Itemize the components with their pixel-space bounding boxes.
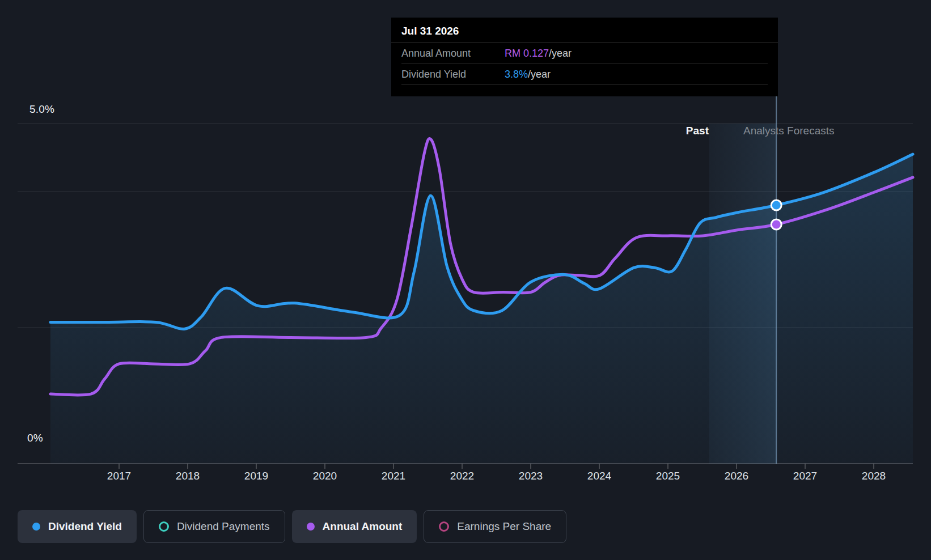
tooltip-rows: Annual AmountRM 0.127/yearDividend Yield…	[391, 43, 778, 85]
legend-item-label: Dividend Payments	[177, 520, 270, 533]
legend-marker-icon	[307, 523, 315, 531]
x-axis-label: 2020	[313, 470, 337, 482]
annual-amount-marker-dot	[771, 219, 781, 230]
legend-item-dividend-payments[interactable]: Dividend Payments	[143, 510, 285, 543]
dividend-history-chart: 5.0% 0% Past Analysts Forecasts 20172018…	[0, 0, 931, 560]
tooltip-row: Dividend Yield3.8%/year	[401, 64, 768, 85]
x-axis-label: 2027	[793, 470, 817, 482]
x-axis-label: 2019	[244, 470, 268, 482]
chart-legend: Dividend YieldDividend PaymentsAnnual Am…	[18, 510, 566, 543]
x-axis-label: 2028	[862, 470, 886, 482]
tooltip-row-suffix: /year	[549, 48, 572, 60]
past-label: Past	[652, 125, 709, 137]
forecast-band	[709, 124, 777, 464]
legend-item-earnings-per-share[interactable]: Earnings Per Share	[424, 510, 566, 543]
legend-marker-icon	[159, 521, 169, 532]
y-axis-label-bottom: 0%	[27, 432, 43, 444]
x-axis: 2017201820192020202120222023202420252026…	[0, 470, 931, 485]
x-axis-label: 2024	[587, 470, 611, 482]
tooltip-row-label: Annual Amount	[401, 48, 505, 60]
x-axis-label: 2026	[725, 470, 748, 482]
x-axis-label: 2021	[382, 470, 405, 482]
tooltip-row-label: Dividend Yield	[401, 69, 505, 80]
x-axis-label: 2017	[107, 470, 131, 482]
chart-tooltip: Jul 31 2026 Annual AmountRM 0.127/yearDi…	[391, 18, 778, 96]
tooltip-date: Jul 31 2026	[391, 18, 778, 43]
legend-item-label: Annual Amount	[323, 520, 403, 533]
tooltip-row-value: RM 0.127	[505, 48, 549, 60]
tooltip-row: Annual AmountRM 0.127/year	[401, 43, 768, 64]
tooltip-row-suffix: /year	[528, 69, 551, 80]
dividend-yield-marker-dot	[771, 200, 781, 210]
legend-marker-icon	[439, 521, 449, 532]
legend-item-dividend-yield[interactable]: Dividend Yield	[18, 510, 137, 543]
x-axis-label: 2022	[450, 470, 474, 482]
x-axis-label: 2025	[656, 470, 680, 482]
legend-marker-icon	[32, 523, 40, 531]
dividend-yield-area	[50, 154, 913, 464]
legend-item-label: Earnings Per Share	[457, 520, 551, 533]
tooltip-row-value: 3.8%	[505, 69, 528, 80]
y-axis-label-top: 5.0%	[29, 103, 54, 116]
x-axis-label: 2018	[176, 470, 200, 482]
analysts-forecasts-label: Analysts Forecasts	[743, 125, 835, 137]
legend-item-annual-amount[interactable]: Annual Amount	[292, 510, 417, 543]
legend-item-label: Dividend Yield	[48, 520, 122, 533]
x-axis-label: 2023	[519, 470, 543, 482]
